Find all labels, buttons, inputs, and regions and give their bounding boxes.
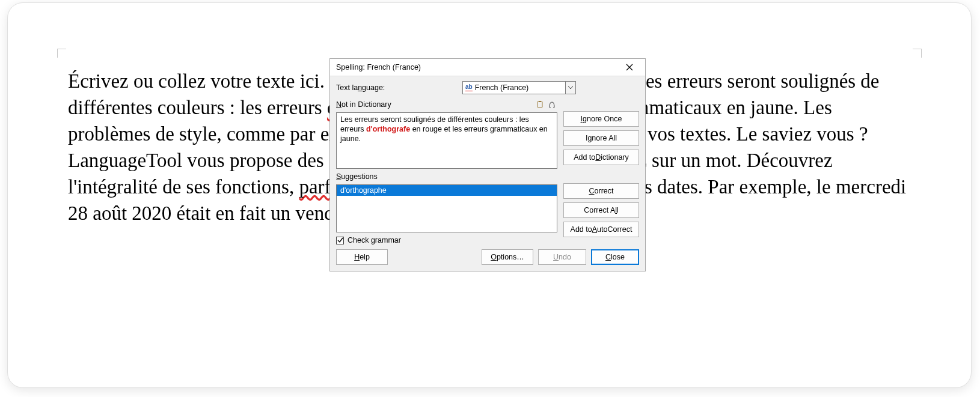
page-card: Écrivez ou collez votre texte ici. La vé…	[7, 2, 972, 388]
spellcheck-icon: ab	[465, 84, 473, 91]
add-to-dictionary-button[interactable]: Add to Dictionary	[563, 150, 639, 165]
close-dialog-button[interactable]: Close	[591, 249, 639, 265]
text-language-label: Text language:	[336, 83, 462, 92]
nid-error-word: d'orthografe	[366, 125, 410, 133]
ignore-once-button[interactable]: Ignore Once	[563, 111, 639, 127]
special-characters-icon[interactable]	[547, 99, 557, 110]
not-in-dictionary-text[interactable]: Les erreurs seront soulignés de différen…	[336, 112, 557, 169]
help-button[interactable]: Help	[336, 249, 388, 265]
not-in-dictionary-label: Not in Dictionary	[336, 99, 557, 110]
suggestions-list[interactable]: d'orthographe	[336, 184, 557, 232]
language-value: French (France)	[475, 83, 563, 92]
paste-icon[interactable]	[534, 99, 545, 110]
suggestions-label: Suggestions	[336, 171, 557, 182]
options-button[interactable]: Options…	[482, 249, 533, 265]
language-dropdown-button[interactable]	[565, 81, 576, 94]
add-to-autocorrect-button[interactable]: Add to AutoCorrect	[563, 222, 639, 237]
svg-rect-1	[539, 101, 541, 102]
suggestion-item[interactable]: d'orthographe	[337, 185, 557, 196]
undo-button: Undo	[538, 249, 586, 265]
svg-rect-0	[537, 102, 542, 108]
spelling-dialog: Spelling: French (France) Text language:…	[329, 58, 646, 271]
correct-button[interactable]: Correct	[563, 183, 639, 199]
dialog-title: Spelling: French (France)	[336, 63, 617, 71]
check-icon	[337, 237, 343, 243]
correct-all-button[interactable]: Correct All	[563, 202, 639, 218]
check-grammar-checkbox[interactable]	[336, 237, 344, 244]
ignore-all-button[interactable]: Ignore All	[563, 130, 639, 146]
check-grammar-label: Check grammar	[348, 236, 401, 244]
close-icon	[626, 64, 633, 71]
close-button[interactable]	[617, 60, 642, 74]
chevron-down-icon	[568, 86, 573, 89]
dialog-titlebar[interactable]: Spelling: French (France)	[330, 59, 645, 76]
language-select[interactable]: ab French (France)	[462, 81, 566, 94]
